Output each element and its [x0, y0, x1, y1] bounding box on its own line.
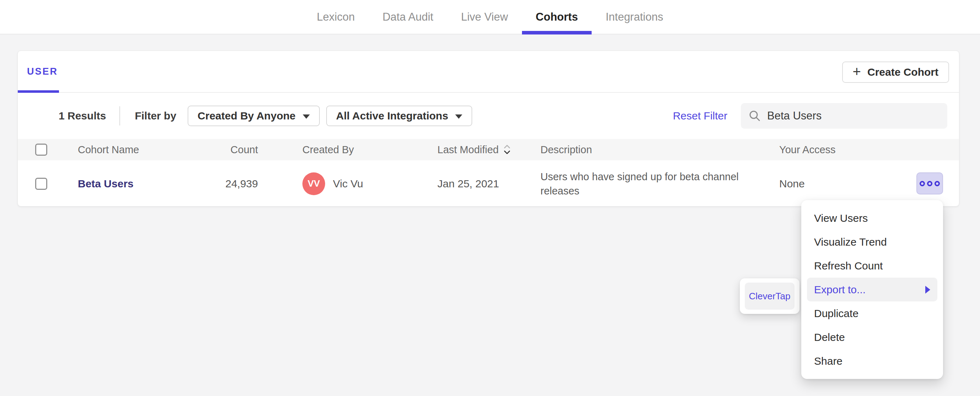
- plus-icon: +: [853, 64, 861, 78]
- menu-item-export-to[interactable]: Export to...: [807, 278, 937, 302]
- nav-tab-live-view[interactable]: Live View: [447, 0, 522, 34]
- menu-item-share[interactable]: Share: [807, 349, 937, 373]
- row-checkbox[interactable]: [35, 178, 47, 190]
- submenu-arrow-icon: [925, 286, 930, 294]
- submenu-item-clevertap[interactable]: CleverTap: [745, 283, 794, 310]
- filter-toolbar: 1 Results Filter by Created By Anyone Al…: [18, 93, 959, 139]
- menu-item-delete[interactable]: Delete: [807, 325, 937, 349]
- last-modified-label: Last Modified: [438, 144, 499, 156]
- nav-tab-data-audit[interactable]: Data Audit: [369, 0, 447, 34]
- menu-item-visualize-trend[interactable]: Visualize Trend: [807, 230, 937, 254]
- nav-tab-integrations[interactable]: Integrations: [592, 0, 677, 34]
- nav-tab-lexicon[interactable]: Lexicon: [303, 0, 369, 34]
- search-input[interactable]: [767, 110, 938, 122]
- ellipsis-icon: [927, 181, 932, 186]
- created-by-cell: VV Vic Vu: [302, 172, 438, 195]
- col-header-your-access: Your Access: [779, 144, 896, 156]
- integrations-dropdown[interactable]: All Active Integrations: [326, 105, 473, 126]
- nav-tab-cohorts[interactable]: Cohorts: [522, 0, 592, 34]
- col-header-last-modified[interactable]: Last Modified: [438, 143, 541, 156]
- more-actions-button[interactable]: [916, 172, 943, 195]
- your-access-value: None: [779, 178, 896, 190]
- ellipsis-icon: [920, 181, 925, 186]
- col-header-created-by: Created By: [302, 144, 438, 156]
- cohort-count: 24,939: [215, 178, 302, 190]
- cohort-search-box[interactable]: [741, 103, 947, 129]
- ellipsis-icon: [934, 181, 940, 186]
- integrations-dropdown-label: All Active Integrations: [336, 110, 449, 122]
- menu-item-view-users[interactable]: View Users: [807, 206, 937, 230]
- cohort-name-link[interactable]: Beta Users: [78, 178, 134, 190]
- sort-icon: [503, 143, 511, 156]
- created-by-dropdown-label: Created By Anyone: [197, 110, 296, 122]
- row-context-menu: View Users Visualize Trend Refresh Count…: [801, 200, 943, 379]
- chevron-down-icon: [303, 115, 310, 119]
- col-header-description: Description: [541, 144, 779, 156]
- cohort-description: Users who have signed up for beta channe…: [541, 169, 761, 198]
- export-submenu: CleverTap: [740, 278, 800, 314]
- create-cohort-label: Create Cohort: [867, 66, 939, 78]
- col-header-cohort-name: Cohort Name: [60, 144, 215, 156]
- avatar: VV: [302, 172, 325, 195]
- reset-filter-link[interactable]: Reset Filter: [673, 110, 727, 122]
- chevron-down-icon: [455, 115, 462, 119]
- panel-tab-row: USER + Create Cohort: [18, 51, 959, 93]
- created-by-name: Vic Vu: [333, 178, 363, 190]
- search-icon: [749, 110, 761, 122]
- tab-user[interactable]: USER: [27, 51, 58, 92]
- col-header-count: Count: [215, 144, 302, 156]
- select-all-checkbox[interactable]: [35, 144, 47, 156]
- toolbar-divider: [119, 106, 120, 126]
- export-to-label: Export to...: [814, 284, 865, 296]
- results-count: 1 Results: [59, 110, 106, 122]
- created-by-dropdown[interactable]: Created By Anyone: [188, 105, 320, 126]
- table-header-row: Cohort Name Count Created By Last Modifi…: [18, 139, 959, 160]
- menu-item-refresh-count[interactable]: Refresh Count: [807, 254, 937, 278]
- create-cohort-button[interactable]: + Create Cohort: [842, 62, 949, 83]
- tab-user-underline: [18, 90, 59, 93]
- filter-by-label: Filter by: [135, 110, 176, 122]
- menu-item-duplicate[interactable]: Duplicate: [807, 302, 937, 325]
- last-modified-value: Jan 25, 2021: [438, 178, 541, 190]
- top-navbar: Lexicon Data Audit Live View Cohorts Int…: [0, 0, 980, 35]
- cohorts-panel: USER + Create Cohort 1 Results Filter by…: [18, 51, 959, 206]
